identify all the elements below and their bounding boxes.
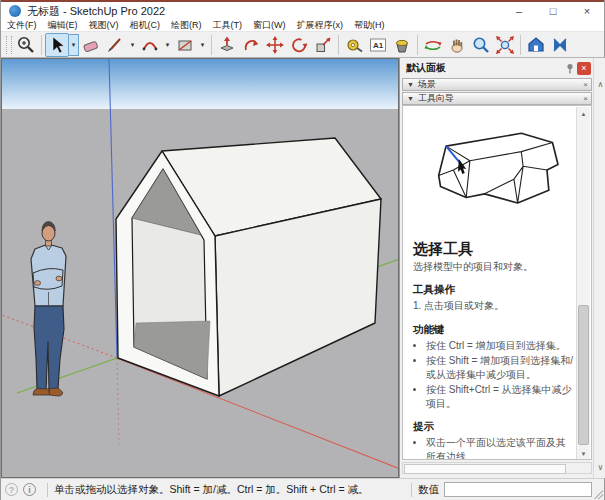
menu-view[interactable]: 视图(V) xyxy=(89,19,119,32)
tray-scroll-down-icon[interactable]: ∨ xyxy=(594,461,605,474)
toolbar-separator xyxy=(211,35,212,55)
scroll-up-icon[interactable]: ▲ xyxy=(577,107,590,120)
function-key-item: 按住 Shift = 增加项目到选择集和/或从选择集中减少项目。 xyxy=(426,354,573,381)
panel-header[interactable]: 默认面板 × xyxy=(401,60,593,76)
orbit-tool-icon[interactable] xyxy=(421,33,445,57)
text-tool-icon[interactable]: A1 xyxy=(366,33,390,57)
status-separator xyxy=(47,483,48,497)
tray-outer-scrollbar[interactable]: ∧ ∨ xyxy=(593,58,605,478)
function-keys-list: 按住 Ctrl = 增加项目到选择集。 按住 Shift = 增加项目到选择集和… xyxy=(413,339,573,411)
operation-heading: 工具操作 xyxy=(413,283,573,297)
line-tool-icon[interactable] xyxy=(103,33,127,57)
info-icon[interactable]: i xyxy=(23,483,36,496)
toolbar-separator xyxy=(417,35,418,55)
status-separator xyxy=(411,483,412,497)
tips-list: 双击一个平面以选定该平面及其所有边线。 双击一条边线以选定该边线及与其共享的平面… xyxy=(413,436,573,460)
menu-extensions[interactable]: 扩展程序(x) xyxy=(297,19,344,32)
collapse-triangle-icon: ▼ xyxy=(407,95,414,102)
menu-edit[interactable]: 编辑(E) xyxy=(48,19,78,32)
menu-tools[interactable]: 工具(T) xyxy=(213,19,243,32)
status-hint-text: 单击或拖动以选择对象。Shift = 加/减。Ctrl = 加。Shift + … xyxy=(54,483,368,497)
section-scenes[interactable]: ▼ 场景 × xyxy=(402,78,592,91)
section-instructor-label: 工具向导 xyxy=(418,92,454,105)
instructor-scrollbar[interactable]: ▲ ▼ xyxy=(576,107,590,460)
push-pull-tool-icon[interactable] xyxy=(215,33,239,57)
rotate-tool-icon[interactable] xyxy=(287,33,311,57)
tip-item: 双击一个平面以选定该平面及其所有边线。 xyxy=(426,436,573,460)
zoom-extents-tool-icon[interactable] xyxy=(493,33,517,57)
minimize-button[interactable]: – xyxy=(502,2,536,20)
tips-heading: 提示 xyxy=(413,420,573,434)
sketchup-logo-icon xyxy=(9,5,21,17)
house-model xyxy=(116,138,381,396)
scale-figure-person xyxy=(31,222,66,397)
close-button[interactable]: × xyxy=(570,2,604,20)
line-tool-caret[interactable]: ▾ xyxy=(127,34,138,56)
instructor-content: 选择工具 选择模型中的项目和对象。 工具操作 1. 点击项目或对象。 功能键 按… xyxy=(403,106,577,460)
help-icon[interactable]: ? xyxy=(5,483,18,496)
select-tool-caret[interactable]: ▾ xyxy=(69,34,79,56)
menu-bar: 文件(F) 编辑(E) 视图(V) 相机(C) 绘图(R) 工具(T) 窗口(W… xyxy=(1,20,604,32)
menu-help[interactable]: 帮助(H) xyxy=(354,19,385,32)
title-bar: 无标题 - SketchUp Pro 2022 – □ × xyxy=(1,0,604,20)
horizontal-scrollbar-thumb[interactable] xyxy=(404,464,566,474)
menu-draw[interactable]: 绘图(R) xyxy=(171,19,202,32)
rectangle-tool-icon[interactable] xyxy=(173,33,197,57)
tape-measure-tool-icon[interactable] xyxy=(342,33,366,57)
window-controls: – □ × xyxy=(502,2,604,20)
operation-item: 1. 点击项目或对象。 xyxy=(413,299,573,313)
section-close-icon[interactable]: × xyxy=(583,80,588,89)
sketchup-window: 无标题 - SketchUp Pro 2022 – □ × 文件(F) 编辑(E… xyxy=(0,0,605,500)
follow-me-tool-icon[interactable] xyxy=(239,33,263,57)
window-title: 无标题 - SketchUp Pro 2022 xyxy=(27,4,165,19)
instructor-title: 选择工具 xyxy=(413,240,573,259)
3d-warehouse-icon[interactable] xyxy=(524,33,548,57)
status-bar: ? i 单击或拖动以选择对象。Shift = 加/减。Ctrl = 加。Shif… xyxy=(1,478,604,500)
menu-camera[interactable]: 相机(C) xyxy=(130,19,161,32)
panel-close-button[interactable]: × xyxy=(577,62,591,75)
resize-grip[interactable] xyxy=(593,489,603,499)
toolbar-separator xyxy=(41,35,42,55)
maximize-button[interactable]: □ xyxy=(536,2,570,20)
arc-tool-caret[interactable]: ▾ xyxy=(162,34,173,56)
section-instructor[interactable]: ▼ 工具向导 × xyxy=(402,92,592,105)
scrollbar-thumb[interactable] xyxy=(578,305,589,445)
menu-file[interactable]: 文件(F) xyxy=(7,19,37,32)
rectangle-tool-caret[interactable]: ▾ xyxy=(197,34,208,56)
instructor-panel-body: 选择工具 选择模型中的项目和对象。 工具操作 1. 点击项目或对象。 功能键 按… xyxy=(402,105,592,460)
panel-title: 默认面板 xyxy=(406,61,446,75)
zoom-tool-icon[interactable] xyxy=(469,33,493,57)
extension-warehouse-icon[interactable] xyxy=(548,33,572,57)
toolbar-separator xyxy=(338,35,339,55)
section-close-icon[interactable]: × xyxy=(583,94,588,103)
collapse-triangle-icon: ▼ xyxy=(407,81,414,88)
model-scene xyxy=(2,59,399,478)
function-key-item: 按住 Shift+Ctrl = 从选择集中减少项目。 xyxy=(426,383,573,410)
pan-tool-icon[interactable] xyxy=(445,33,469,57)
default-tray-panel: 默认面板 × ▼ 场景 × ▼ 工具向导 × 选择工具 xyxy=(399,58,605,478)
paint-bucket-tool-icon[interactable] xyxy=(390,33,414,57)
menu-window[interactable]: 窗口(W) xyxy=(253,19,286,32)
toolbar-grip xyxy=(6,36,12,54)
select-tool-icon[interactable] xyxy=(45,33,69,57)
function-key-item: 按住 Ctrl = 增加项目到选择集。 xyxy=(426,339,573,353)
function-keys-heading: 功能键 xyxy=(413,323,573,337)
tray-scroll-up-icon[interactable]: ∧ xyxy=(594,78,605,91)
measurements-input[interactable] xyxy=(444,482,592,497)
zoom-window-tool-icon[interactable] xyxy=(14,33,38,57)
scale-tool-icon[interactable] xyxy=(311,33,335,57)
svg-text:A1: A1 xyxy=(373,41,384,50)
arc-tool-icon[interactable] xyxy=(138,33,162,57)
toolbar-separator xyxy=(520,35,521,55)
instructor-house-sketch xyxy=(413,114,569,226)
move-tool-icon[interactable] xyxy=(263,33,287,57)
section-scenes-label: 场景 xyxy=(418,78,436,91)
drawing-viewport[interactable] xyxy=(1,58,399,478)
pin-icon[interactable] xyxy=(563,62,577,75)
scroll-down-icon[interactable]: ▼ xyxy=(577,447,590,460)
eraser-tool-icon[interactable] xyxy=(79,33,103,57)
instructor-subtitle: 选择模型中的项目和对象。 xyxy=(413,260,573,273)
measurements-label: 数值 xyxy=(418,483,439,497)
toolbar: ▾ ▾ ▾ ▾ xyxy=(1,32,604,58)
horizontal-scrollbar[interactable] xyxy=(402,462,592,474)
